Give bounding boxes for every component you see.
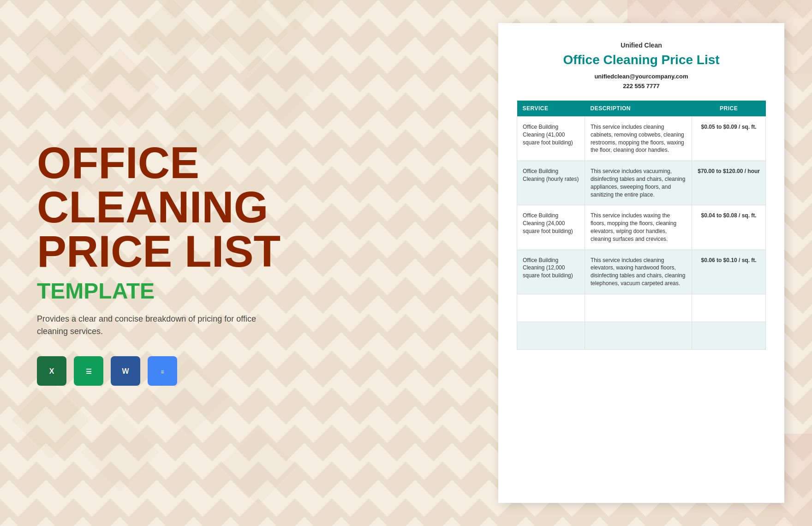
price-table: SERVICE DESCRIPTION PRICE Office Buildin… xyxy=(517,101,766,350)
header-service: SERVICE xyxy=(517,101,585,117)
word-icon[interactable]: W xyxy=(111,356,140,386)
sheets-icon[interactable]: ☰ xyxy=(74,356,103,386)
price-cell-empty xyxy=(692,294,766,322)
table-header-row: SERVICE DESCRIPTION PRICE xyxy=(517,101,766,117)
subtitle: TEMPLATE xyxy=(37,278,286,304)
service-cell: Office Building Cleaning (12,000 square … xyxy=(517,250,585,294)
description-cell: This service includes waxing the floors,… xyxy=(585,205,692,250)
app-icons-row: X ☰ W ≡ xyxy=(37,356,286,386)
table-row: Office Building Cleaning (24,000 square … xyxy=(517,205,766,250)
description-cell: This service includes vacuuming, disinfe… xyxy=(585,161,692,205)
service-cell: Office Building Cleaning (24,000 square … xyxy=(517,205,585,250)
service-cell: Office Building Cleaning (hourly rates) xyxy=(517,161,585,205)
excel-icon[interactable]: X xyxy=(37,356,66,386)
company-name: Unified Clean xyxy=(517,42,766,49)
service-cell: Office Building Cleaning (41,000 square … xyxy=(517,117,585,161)
svg-text:☰: ☰ xyxy=(86,368,92,375)
table-row-empty-1 xyxy=(517,294,766,322)
table-row: Office Building Cleaning (41,000 square … xyxy=(517,117,766,161)
description-cell: This service includes cleaning elevators… xyxy=(585,250,692,294)
price-cell: $70.00 to $120.00 / hour xyxy=(692,161,766,205)
header-price: PRICE xyxy=(692,101,766,117)
title-line-1: OFFICE xyxy=(37,141,286,185)
price-cell: $0.05 to $0.09 / sq. ft. xyxy=(692,117,766,161)
document-panel: Unified Clean Office Cleaning Price List… xyxy=(498,23,784,503)
table-row: Office Building Cleaning (12,000 square … xyxy=(517,250,766,294)
price-cell: $0.06 to $0.10 / sq. ft. xyxy=(692,250,766,294)
main-title: OFFICE CLEANING PRICE LIST xyxy=(37,141,286,274)
document-phone: 222 555 7777 xyxy=(517,83,766,90)
svg-text:X: X xyxy=(49,367,54,375)
left-panel: OFFICE CLEANING PRICE LIST TEMPLATE Prov… xyxy=(0,0,314,526)
document-email: unifiedclean@yourcompany.com xyxy=(517,73,766,80)
service-cell-empty xyxy=(517,322,585,349)
header-description: DESCRIPTION xyxy=(585,101,692,117)
title-line-2: CLEANING xyxy=(37,185,286,229)
description-cell: This service includes cleaning cabinets,… xyxy=(585,117,692,161)
title-line-3: PRICE LIST xyxy=(37,229,286,274)
description-cell-empty xyxy=(585,294,692,322)
description: Provides a clear and concise breakdown o… xyxy=(37,313,277,338)
svg-text:≡: ≡ xyxy=(161,369,164,375)
service-cell-empty xyxy=(517,294,585,322)
price-cell: $0.04 to $0.08 / sq. ft. xyxy=(692,205,766,250)
table-row-empty-2 xyxy=(517,322,766,349)
document-title: Office Cleaning Price List xyxy=(517,53,766,67)
svg-text:W: W xyxy=(122,367,129,375)
description-cell-empty xyxy=(585,322,692,349)
price-cell-empty xyxy=(692,322,766,349)
table-row: Office Building Cleaning (hourly rates) … xyxy=(517,161,766,205)
docs-icon[interactable]: ≡ xyxy=(148,356,177,386)
